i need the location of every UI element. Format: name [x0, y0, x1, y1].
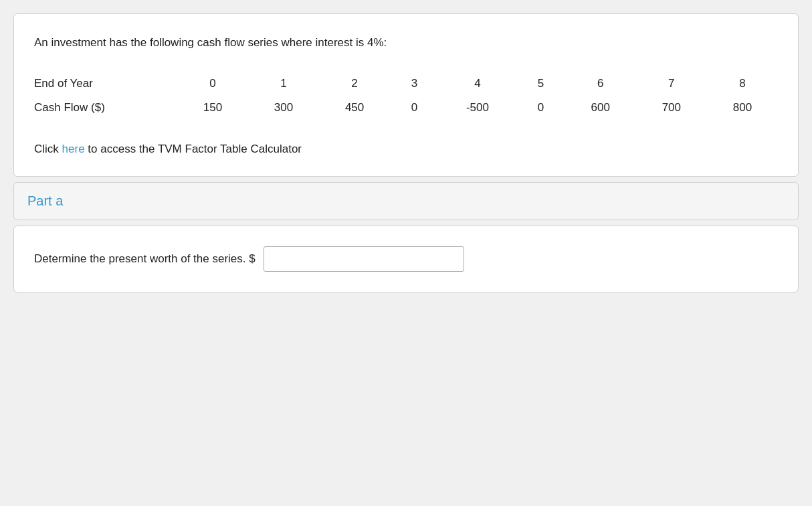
data-val-5: 0	[516, 96, 565, 120]
header-year-1: 1	[248, 72, 319, 96]
data-val-6: 600	[565, 96, 636, 120]
table-section: End of Year 0 1 2 3 4 5 6 7 8 Cash Flow …	[34, 72, 778, 126]
answer-card: Determine the present worth of the serie…	[13, 226, 799, 292]
header-year-6: 6	[565, 72, 636, 96]
part-a-label: Part a	[27, 193, 63, 208]
table-row-headers: End of Year 0 1 2 3 4 5 6 7 8	[34, 72, 778, 96]
header-year-4: 4	[439, 72, 516, 96]
answer-row: Determine the present worth of the serie…	[34, 246, 778, 272]
data-val-1: 300	[248, 96, 319, 120]
click-prefix: Click	[34, 143, 62, 155]
click-here-section: Click here to access the TVM Factor Tabl…	[34, 143, 778, 156]
table-row-data: Cash Flow ($) 150 300 450 0 -500 0 600 7…	[34, 96, 778, 120]
part-a-card: Part a	[13, 182, 799, 220]
header-year-2: 2	[319, 72, 390, 96]
data-val-8: 800	[707, 96, 778, 120]
data-val-3: 0	[390, 96, 439, 120]
header-year-5: 5	[516, 72, 565, 96]
data-val-7: 700	[636, 96, 707, 120]
question-card: An investment has the following cash flo…	[13, 13, 799, 177]
data-val-4: -500	[439, 96, 516, 120]
data-table: End of Year 0 1 2 3 4 5 6 7 8 Cash Flow …	[34, 72, 778, 120]
header-year-0: 0	[177, 72, 248, 96]
header-year-8: 8	[707, 72, 778, 96]
answer-prompt: Determine the present worth of the serie…	[34, 252, 256, 266]
present-worth-input[interactable]	[264, 246, 464, 272]
header-year-7: 7	[636, 72, 707, 96]
page-wrapper: An investment has the following cash flo…	[13, 13, 799, 292]
data-val-0: 150	[177, 96, 248, 120]
tvm-link[interactable]: here	[62, 143, 85, 155]
header-row-label: End of Year	[34, 72, 177, 96]
click-suffix: to access the TVM Factor Table Calculato…	[85, 143, 302, 155]
header-year-3: 3	[390, 72, 439, 96]
data-row-label: Cash Flow ($)	[34, 96, 177, 120]
question-text: An investment has the following cash flo…	[34, 34, 778, 52]
data-val-2: 450	[319, 96, 390, 120]
